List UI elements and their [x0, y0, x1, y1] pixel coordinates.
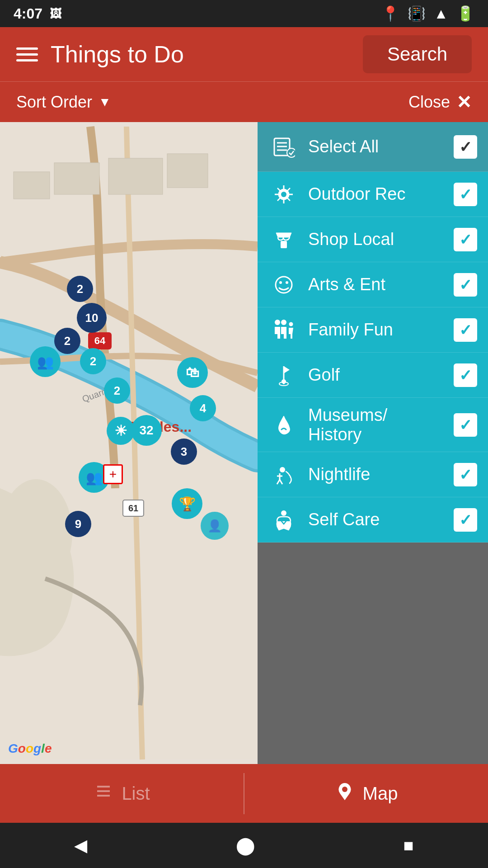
golf-label: Golf — [308, 365, 454, 385]
svg-point-32 — [275, 320, 280, 325]
map-marker[interactable]: 2 — [67, 276, 93, 302]
menu-icon[interactable] — [16, 47, 38, 61]
map-marker[interactable]: 2 — [104, 377, 130, 404]
list-label: List — [122, 783, 150, 804]
map-marker[interactable]: 10 — [77, 303, 107, 333]
category-item-nightlife[interactable]: Nightlife ✓ — [258, 452, 488, 497]
category-panel: Select All ✓ Outdoor Rec — [258, 122, 488, 764]
arts-ent-checkbox[interactable]: ✓ — [454, 273, 477, 297]
svg-line-25 — [287, 188, 290, 191]
category-item-arts-ent[interactable]: Arts & Ent ✓ — [258, 262, 488, 307]
list-tab[interactable]: List — [0, 764, 244, 823]
map-marker[interactable]: 4 — [190, 395, 216, 421]
map-label: Map — [363, 783, 398, 804]
header: Things to Do Search — [0, 27, 488, 81]
sort-order-button[interactable]: Sort Order ▼ — [16, 93, 111, 112]
content-area: 64 Lee Quarrier St Charles... 61 2 10 2 … — [0, 122, 488, 764]
status-bar-right: 📍 📳 ▲ 🔋 — [381, 5, 474, 22]
category-item-golf[interactable]: Golf ✓ — [258, 353, 488, 398]
museums-history-label: Museums/ History — [308, 406, 454, 444]
select-all-checkbox[interactable]: ✓ — [454, 135, 477, 159]
svg-line-23 — [277, 188, 280, 191]
shop-local-icon — [268, 224, 299, 255]
svg-rect-3 — [108, 158, 163, 194]
map-marker-family[interactable]: 👥 — [30, 346, 61, 377]
golf-checkbox[interactable]: ✓ — [454, 363, 477, 387]
recent-button[interactable]: ■ — [404, 836, 414, 855]
arts-ent-label: Arts & Ent — [308, 275, 454, 294]
outdoor-rec-icon — [268, 179, 299, 210]
svg-point-38 — [280, 467, 285, 472]
category-item-museums-history[interactable]: Museums/ History ✓ — [258, 398, 488, 452]
map-tab[interactable]: Map — [244, 764, 488, 823]
self-care-checkbox[interactable]: ✓ — [454, 508, 477, 532]
self-care-label: Self Care — [308, 510, 454, 529]
arts-ent-icon — [268, 269, 299, 300]
map-marker[interactable]: 2 — [80, 348, 106, 374]
golf-icon — [268, 360, 299, 391]
svg-point-43 — [342, 787, 347, 792]
search-button[interactable]: Search — [363, 35, 472, 73]
map-marker-shop[interactable]: 🛍 — [177, 357, 208, 388]
outdoor-rec-label: Outdoor Rec — [308, 184, 454, 204]
map-pin-icon — [335, 781, 355, 806]
select-all-icon — [268, 132, 299, 162]
svg-text:61: 61 — [128, 503, 138, 513]
battery-icon: 🔋 — [456, 5, 474, 22]
map-marker[interactable]: 3 — [171, 439, 197, 465]
close-label: Close — [408, 93, 450, 112]
nightlife-icon — [268, 459, 299, 490]
wifi-icon: ▲ — [434, 5, 448, 22]
status-bar-left: 4:07 🖼 — [14, 5, 61, 22]
outdoor-rec-checkbox[interactable]: ✓ — [454, 183, 477, 206]
back-button[interactable]: ◀ — [74, 835, 87, 855]
home-button[interactable]: ⬤ — [236, 835, 255, 855]
svg-point-30 — [279, 281, 282, 284]
svg-point-29 — [276, 277, 292, 293]
bottom-nav: List Map — [0, 764, 488, 823]
shop-local-checkbox[interactable]: ✓ — [454, 228, 477, 251]
close-icon: ✕ — [456, 92, 472, 113]
map-marker-person[interactable]: 👤 — [201, 512, 229, 540]
empty-panel-area — [258, 542, 488, 764]
toolbar: Sort Order ▼ Close ✕ — [0, 81, 488, 122]
close-button[interactable]: Close ✕ — [408, 92, 472, 113]
medical-marker[interactable]: + — [103, 464, 123, 484]
svg-line-26 — [277, 198, 280, 201]
select-all-label: Select All — [308, 137, 454, 156]
nightlife-checkbox[interactable]: ✓ — [454, 463, 477, 486]
svg-line-24 — [287, 198, 290, 201]
sort-order-label: Sort Order — [16, 93, 92, 112]
map-marker-sun[interactable]: ☀ — [107, 417, 135, 445]
category-item-select-all[interactable]: Select All ✓ — [258, 122, 488, 172]
svg-rect-1 — [14, 172, 50, 199]
svg-point-17 — [287, 148, 295, 157]
svg-point-37 — [282, 379, 286, 384]
shop-local-label: Shop Local — [308, 230, 454, 249]
svg-rect-4 — [167, 154, 208, 188]
header-left: Things to Do — [16, 41, 184, 68]
self-care-icon — [268, 505, 299, 535]
category-item-family-fun[interactable]: Family Fun ✓ — [258, 307, 488, 353]
google-watermark: Google — [8, 741, 52, 756]
map-marker-trophy[interactable]: 🏆 — [172, 488, 202, 519]
status-bar: 4:07 🖼 📍 📳 ▲ 🔋 — [0, 0, 488, 27]
map-marker[interactable]: 2 — [54, 328, 80, 354]
category-item-outdoor-rec[interactable]: Outdoor Rec ✓ — [258, 172, 488, 217]
nightlife-label: Nightlife — [308, 465, 454, 484]
family-fun-label: Family Fun — [308, 320, 454, 340]
map-marker[interactable]: 9 — [65, 511, 91, 537]
family-fun-icon — [268, 315, 299, 345]
svg-point-34 — [289, 322, 293, 326]
category-item-self-care[interactable]: Self Care ✓ — [258, 497, 488, 542]
family-fun-checkbox[interactable]: ✓ — [454, 318, 477, 342]
museums-history-checkbox[interactable]: ✓ — [454, 413, 477, 437]
svg-rect-2 — [54, 163, 99, 194]
map-marker[interactable]: 32 — [131, 415, 162, 446]
location-icon: 📍 — [381, 5, 399, 22]
vibrate-icon: 📳 — [408, 5, 426, 22]
system-nav: ◀ ⬤ ■ — [0, 823, 488, 868]
list-icon — [94, 781, 113, 806]
map-area[interactable]: 64 Lee Quarrier St Charles... 61 2 10 2 … — [0, 122, 258, 764]
category-item-shop-local[interactable]: Shop Local ✓ — [258, 217, 488, 262]
